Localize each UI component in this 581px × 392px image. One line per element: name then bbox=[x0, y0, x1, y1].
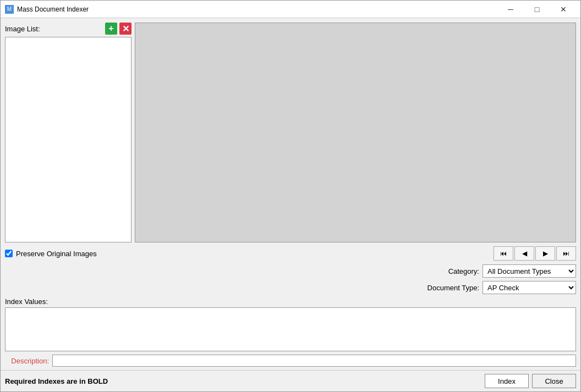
required-indexes-text: Required Indexes are in BOLD bbox=[5, 377, 108, 385]
last-page-icon: ⏭ bbox=[563, 250, 569, 257]
image-list-label: Image List: bbox=[5, 25, 103, 33]
document-type-row: Document Type: AP Check bbox=[5, 281, 576, 294]
top-section: Image List: + ✕ bbox=[5, 23, 576, 242]
description-label: Description: bbox=[5, 357, 49, 365]
preview-panel bbox=[135, 23, 576, 242]
description-input[interactable] bbox=[52, 355, 576, 367]
close-window-button[interactable]: ✕ bbox=[551, 1, 576, 18]
bottom-bar: Required Indexes are in BOLD Index Close bbox=[1, 370, 580, 391]
first-page-button[interactable]: ⏮ bbox=[494, 246, 513, 261]
index-values-textarea[interactable] bbox=[5, 307, 576, 351]
index-values-label: Index Values: bbox=[5, 297, 576, 306]
preserve-checkbox[interactable] bbox=[5, 250, 13, 257]
next-page-button[interactable]: ▶ bbox=[535, 246, 555, 261]
index-values-section: Index Values: bbox=[5, 297, 576, 351]
index-button[interactable]: Index bbox=[485, 374, 529, 388]
next-page-icon: ▶ bbox=[543, 250, 548, 257]
first-page-icon: ⏮ bbox=[500, 250, 507, 257]
prev-page-icon: ◀ bbox=[522, 250, 527, 257]
window-title: Mass Document Indexer bbox=[17, 5, 498, 13]
main-window: M Mass Document Indexer ─ □ ✕ Image List… bbox=[0, 0, 581, 392]
nav-row: ⏮ ◀ ▶ ⏭ bbox=[494, 246, 576, 261]
minimize-button[interactable]: ─ bbox=[498, 1, 523, 18]
preserve-label: Preserve Original Images bbox=[16, 250, 97, 258]
add-image-button[interactable]: + bbox=[105, 23, 117, 35]
nav-buttons: ⏮ ◀ ▶ ⏭ bbox=[494, 246, 576, 261]
category-select[interactable]: All Document Types bbox=[483, 264, 576, 278]
image-list-panel: Image List: + ✕ bbox=[5, 23, 131, 242]
category-row: Category: All Document Types bbox=[5, 264, 576, 278]
main-content: Image List: + ✕ Preserve Original Images… bbox=[1, 18, 580, 370]
description-row: Description: bbox=[5, 355, 576, 367]
last-page-button[interactable]: ⏭ bbox=[556, 246, 576, 261]
title-bar: M Mass Document Indexer ─ □ ✕ bbox=[1, 1, 580, 18]
prev-page-button[interactable]: ◀ bbox=[514, 246, 534, 261]
image-list-header: Image List: + ✕ bbox=[5, 23, 131, 35]
preserve-row: Preserve Original Images bbox=[5, 247, 97, 260]
bottom-buttons: Index Close bbox=[485, 374, 576, 388]
image-list-box[interactable] bbox=[5, 37, 131, 242]
title-bar-controls: ─ □ ✕ bbox=[498, 1, 576, 18]
form-section: Category: All Document Types Document Ty… bbox=[5, 264, 576, 294]
close-button[interactable]: Close bbox=[532, 374, 576, 388]
maximize-button[interactable]: □ bbox=[524, 1, 550, 18]
category-label: Category: bbox=[424, 267, 479, 275]
document-type-select[interactable]: AP Check bbox=[483, 281, 576, 294]
document-type-label: Document Type: bbox=[424, 284, 479, 292]
window-icon: M bbox=[5, 5, 14, 14]
remove-image-button[interactable]: ✕ bbox=[119, 23, 131, 35]
